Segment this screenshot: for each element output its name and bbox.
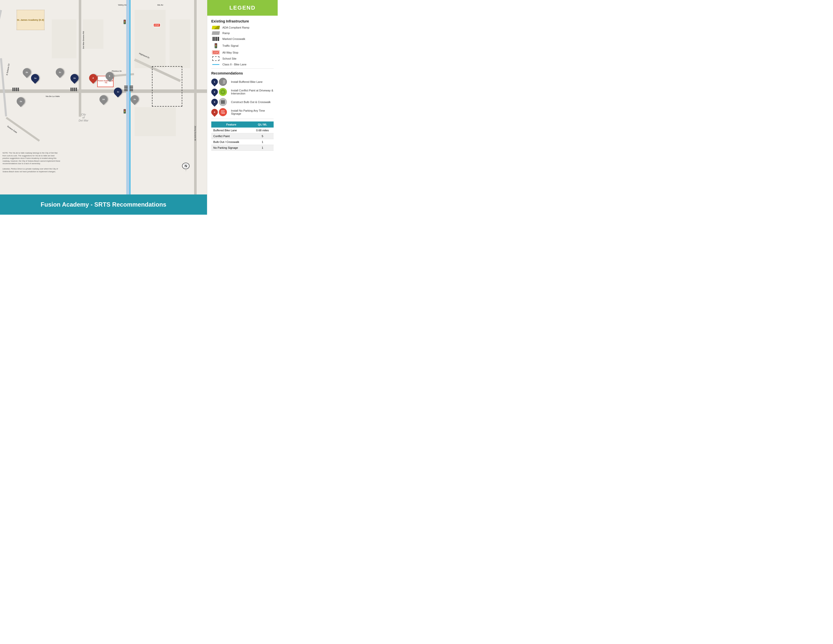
pin-1b: 1b: [71, 74, 79, 82]
city-del-mar-label: City of Del Mar: [79, 113, 88, 122]
traffic-signal-label: Traffic Signal: [222, 44, 238, 47]
recommendations-title: Recommendations: [211, 71, 273, 75]
pin-2b: 2b: [23, 68, 31, 76]
crosswalk-stevens-2: [130, 85, 133, 91]
st-james-building: St. James Academy (K-8): [17, 10, 44, 30]
footer-title: Fusion Academy - SRTS Recommendations: [41, 201, 166, 208]
legend-panel: LEGEND Existing Infrastructure ADA Compl…: [207, 0, 278, 215]
bottom-banner: Fusion Academy - SRTS Recommendations: [0, 195, 207, 215]
label-del-mar-downs: Del Mar Downs Rd: [82, 31, 85, 49]
pin-1a: 1a: [31, 74, 39, 82]
table-cell-feature-1: Buffered Bike Lane: [211, 127, 251, 134]
table-cell-feature-4: No Parking Signage: [211, 145, 251, 151]
road-jimmy-durante: [194, 0, 197, 195]
table-cell-qty-1: 0.68 miles: [251, 127, 273, 134]
legend-item-school-site: School Site: [211, 56, 273, 61]
legend-item-stop: STOP All-Way Stop: [211, 50, 273, 54]
legend-item-crosswalk: Marked Crosswalk: [211, 37, 273, 41]
table-row-conflict: Conflict Paint 5: [211, 134, 273, 139]
legend-item-ramp: Ramp: [211, 31, 273, 35]
st-james-label: St. James Academy (K-8): [17, 19, 44, 21]
ramp-label: Ramp: [222, 32, 230, 35]
school-site-legend-icon: [211, 56, 220, 61]
label-solana-cir: E Solana Cir: [6, 63, 10, 75]
table-row-parking: No Parking Signage 1: [211, 145, 273, 151]
legend-item-ada-ramp: ADA Compliant Ramp: [211, 26, 273, 29]
rec-2-label: Install Conflict Paint at Driveway & Int…: [231, 89, 273, 95]
legend-header: LEGEND: [207, 0, 278, 16]
road-solana-cir-bottom: [0, 58, 7, 116]
map-background: St. James Academy (K-8) Fusion Academy (…: [0, 0, 207, 195]
stop-sign-legend-icon: STOP: [211, 50, 220, 54]
crosswalk-stevens-1: [124, 85, 128, 91]
table-cell-qty-3: 1: [251, 139, 273, 145]
traffic-signal-2: 🚦: [122, 109, 127, 114]
crosswalk-legend-icon: [211, 37, 220, 41]
legend-rec-1: 1 Install Buffered Bike Lane: [211, 78, 273, 86]
school-site-label: School Site: [222, 57, 236, 60]
ada-ramp-icon: [211, 26, 220, 29]
bike-lane-label: Class II - Bike Lane: [222, 63, 246, 66]
block-3: [135, 10, 166, 68]
north-arrow: N ↑: [181, 163, 190, 172]
main-container: St. James Academy (K-8) Fusion Academy (…: [0, 0, 278, 215]
legend-rec-2: 2 Install Conflict Paint at Driveway & I…: [211, 88, 273, 96]
bike-lane-legend-icon: [211, 64, 220, 65]
table-header-qty: Qt./ Mi.: [251, 121, 273, 127]
road-del-mar-downs: [79, 0, 81, 117]
table-cell-qty-2: 5: [251, 134, 273, 139]
road-solana-cir-left: [0, 10, 2, 96]
pin-2d: 2d: [100, 95, 108, 103]
table-cell-feature-2: Conflict Paint: [211, 134, 251, 139]
table-row-bulb: Bulb Out / Crosswalk 1: [211, 139, 273, 145]
label-ida-av: Ida Av: [157, 4, 163, 6]
traffic-signal-1: 🚦: [122, 19, 127, 24]
table-row-buffered: Buffered Bike Lane 0.68 miles: [211, 127, 273, 134]
traffic-signal-legend-icon: 🚦: [211, 43, 220, 48]
table-header-feature: Feature: [211, 121, 251, 127]
pin-4: 4: [89, 74, 97, 82]
ada-ramp-label: ADA Compliant Ramp: [222, 26, 249, 29]
road-pimlico: [114, 73, 134, 77]
label-via-de-la-valle: Via De La Valle: [45, 95, 60, 98]
block-1: [52, 19, 77, 58]
crosswalk-label: Marked Crosswalk: [222, 37, 245, 40]
legend-title: LEGEND: [230, 5, 256, 11]
pin-2c: 2c: [56, 68, 64, 76]
legend-divider-2: [211, 119, 273, 119]
legend-rec-4: 4 ANY TIME Install No Parking Any Time S…: [211, 108, 273, 116]
ramp-icon: [211, 31, 220, 35]
table-cell-qty-4: 1: [251, 145, 273, 151]
legend-content: Existing Infrastructure ADA Compliant Ra…: [207, 16, 278, 215]
pin-3: 3: [106, 72, 114, 80]
stop-label: All-Way Stop: [222, 51, 238, 54]
legend-item-traffic-signal: 🚦 Traffic Signal: [211, 43, 273, 48]
block-2: [83, 19, 103, 49]
legend-rec-3: 3 Construct Bulb Out & Crosswalk: [211, 98, 273, 106]
pin-2a: 2a: [17, 97, 25, 105]
legend-item-bike-lane: Class II - Bike Lane: [211, 63, 273, 66]
label-solana-gate: Solana Gate: [6, 125, 18, 134]
rec-3-label: Construct Bulb Out & Crosswalk: [231, 100, 270, 103]
rec-4-label: Install No Parking Any Time Signage: [231, 109, 273, 115]
existing-infrastructure-title: Existing Infrastructure: [211, 19, 273, 23]
label-jimmy-durante: Jimmy Durante Bl: [195, 126, 196, 141]
legend-divider-1: [211, 68, 273, 69]
crosswalk-left: [12, 88, 19, 91]
pin-2e: 2e: [130, 95, 138, 103]
block-4: [170, 19, 190, 68]
rec-1-label: Install Buffered Bike Lane: [231, 80, 262, 83]
label-valley-av: Valley Av: [118, 4, 127, 6]
pin-1c: 1c: [114, 88, 122, 96]
block-5: [135, 107, 176, 136]
feature-table: Feature Qt./ Mi. Buffered Bike Lane 0.68…: [211, 121, 273, 151]
table-cell-feature-3: Bulb Out / Crosswalk: [211, 139, 251, 145]
stop-sign: STOP: [153, 23, 161, 27]
map-note: NOTE: The Via de la Valle roadway belong…: [3, 152, 61, 173]
crosswalk-mid: [71, 88, 77, 91]
map-area: St. James Academy (K-8) Fusion Academy (…: [0, 0, 207, 215]
school-boundary: [152, 66, 182, 106]
